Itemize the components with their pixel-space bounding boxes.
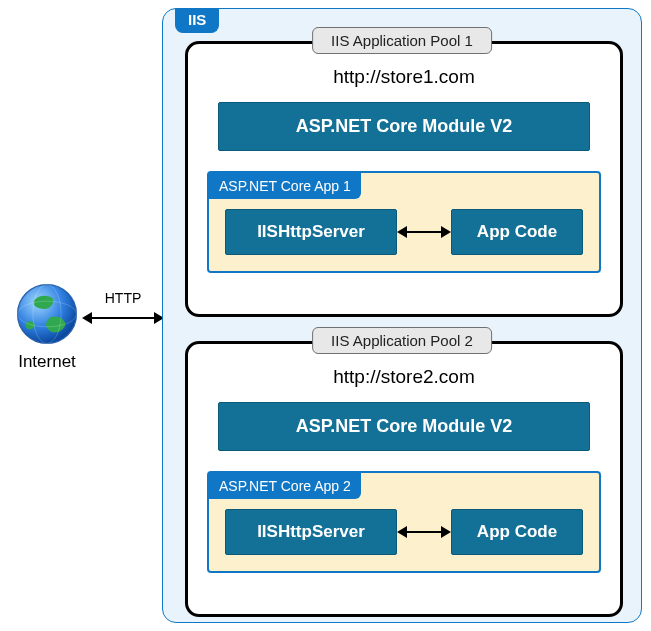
pool-2-appcode: App Code bbox=[451, 509, 583, 555]
pool-1-app: ASP.NET Core App 1 IISHttpServer App Cod… bbox=[207, 171, 601, 273]
pool-2-httpserver: IISHttpServer bbox=[225, 509, 397, 555]
pool-2-app-row: IISHttpServer App Code bbox=[209, 509, 599, 555]
double-arrow-icon bbox=[397, 522, 451, 542]
pool-2-app: ASP.NET Core App 2 IISHttpServer App Cod… bbox=[207, 471, 601, 573]
pool-2-module: ASP.NET Core Module V2 bbox=[218, 402, 590, 451]
pool-1-app-badge: ASP.NET Core App 1 bbox=[209, 173, 361, 199]
internet-label: Internet bbox=[8, 352, 86, 372]
pool-1-appcode: App Code bbox=[451, 209, 583, 255]
iis-badge: IIS bbox=[175, 8, 219, 33]
pool-1-module: ASP.NET Core Module V2 bbox=[218, 102, 590, 151]
pool-1-httpserver: IISHttpServer bbox=[225, 209, 397, 255]
pool-1-body: http://store1.com ASP.NET Core Module V2… bbox=[185, 41, 623, 317]
http-connector: HTTP bbox=[82, 290, 164, 328]
pool-2-app-badge: ASP.NET Core App 2 bbox=[209, 473, 361, 499]
double-arrow-icon bbox=[397, 222, 451, 242]
double-arrow-icon bbox=[82, 308, 164, 328]
globe-icon bbox=[15, 282, 79, 346]
pool-1-app-row: IISHttpServer App Code bbox=[209, 209, 599, 255]
pool-2-body: http://store2.com ASP.NET Core Module V2… bbox=[185, 341, 623, 617]
iis-container: IIS IIS Application Pool 1 http://store1… bbox=[162, 8, 642, 623]
diagram-canvas: Internet HTTP IIS IIS Application Pool 1… bbox=[0, 0, 651, 631]
internet-node: Internet bbox=[8, 282, 86, 372]
pool-2-title: IIS Application Pool 2 bbox=[312, 327, 492, 354]
pool-1-title: IIS Application Pool 1 bbox=[312, 27, 492, 54]
http-label: HTTP bbox=[82, 290, 164, 306]
